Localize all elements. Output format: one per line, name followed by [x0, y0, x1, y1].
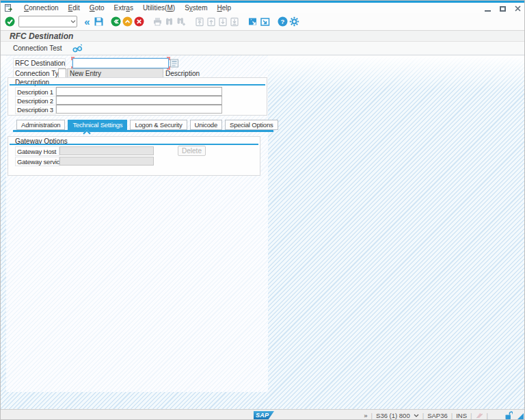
menu-item-system[interactable]: System	[180, 4, 212, 12]
menu-item-goto[interactable]: Goto	[85, 4, 109, 12]
status-overflow-button[interactable]: »	[364, 412, 367, 419]
status-performance-icon	[476, 412, 483, 419]
menu-bar: Connection Edit Goto Extras Utilities(M)…	[1, 3, 525, 13]
chevron-down-icon	[70, 20, 76, 23]
gateway-service-label: Gateway service	[15, 157, 59, 166]
connection-test-label: Connection Test	[13, 44, 62, 52]
maximize-icon[interactable]	[498, 5, 507, 12]
gateway-options-group: Gateway Options Gateway Host Delete Gate…	[8, 136, 260, 176]
back-icon[interactable]	[110, 16, 122, 27]
tab-logon-security[interactable]: Logon & Security	[130, 120, 187, 130]
command-field[interactable]	[18, 16, 77, 27]
rfc-destination-label: RFC Destination	[13, 58, 66, 68]
gateway-host-label: Gateway Host	[15, 146, 59, 156]
description-2-label: Description 2	[15, 96, 56, 105]
status-client: SAP36	[427, 412, 448, 419]
tab-unicode[interactable]: Unicode	[190, 120, 222, 130]
unlock-icon[interactable]	[504, 411, 513, 420]
connection-test-icon	[72, 44, 83, 53]
sap-logo: SAP	[254, 411, 274, 420]
help-icon[interactable]: ?	[277, 16, 288, 27]
last-page-icon	[228, 16, 240, 27]
rfc-destination-input[interactable]	[72, 58, 169, 68]
next-page-icon	[217, 16, 228, 27]
status-bar: SAP » | S36 (1) 800 | SAP36 | INS | |	[1, 409, 525, 420]
collapse-icon[interactable]: «	[81, 16, 93, 27]
enter-icon[interactable]	[4, 16, 16, 27]
connection-test-button[interactable]: Connection Test	[13, 44, 83, 53]
application-toolbar: Connection Test	[1, 42, 525, 55]
minimize-icon[interactable]	[483, 5, 492, 12]
value-help-icon[interactable]	[170, 59, 178, 68]
tab-technical-settings[interactable]: Technical Settings	[68, 120, 127, 130]
window-controls	[483, 4, 522, 13]
menu-item-edit[interactable]: Edit	[64, 4, 85, 12]
system-menu-icon[interactable]	[5, 4, 14, 12]
tab-strip-rule	[13, 130, 273, 132]
page-title: RFC Destination	[10, 31, 73, 41]
status-system-field[interactable]: S36 (1) 800	[376, 412, 410, 419]
close-icon[interactable]	[513, 5, 522, 12]
tab-special-options[interactable]: Special Options	[225, 120, 278, 130]
description-group-rule	[10, 84, 265, 86]
description-column-label: Description	[165, 70, 200, 77]
gateway-service-field	[59, 157, 154, 166]
menu-item-help[interactable]: Help	[212, 4, 236, 12]
connection-type-text: New Entry	[67, 68, 163, 78]
svg-text:?: ?	[281, 18, 285, 25]
find-icon	[163, 16, 175, 27]
status-insert-mode[interactable]: INS	[456, 412, 467, 419]
cancel-icon[interactable]	[133, 16, 145, 27]
new-session-icon[interactable]	[247, 16, 259, 27]
dynpro-panel: RFC Destination Connection Type New Entr…	[6, 55, 268, 392]
menu-item-utilities[interactable]: Utilities(M)	[138, 4, 180, 12]
save-icon[interactable]	[93, 16, 105, 27]
resize-grip[interactable]	[516, 413, 524, 420]
tab-administration[interactable]: Administration	[16, 120, 65, 130]
status-system-dropdown-icon[interactable]	[414, 414, 419, 417]
description-1-label: Description 1	[15, 87, 56, 96]
title-bar: RFC Destination	[1, 31, 525, 42]
previous-page-icon	[205, 16, 217, 27]
rfc-destination-field-focus	[72, 58, 169, 68]
gateway-host-field	[59, 146, 154, 155]
exit-icon[interactable]	[122, 16, 133, 27]
command-input[interactable]	[21, 17, 69, 26]
description-3-label: Description 3	[15, 105, 56, 114]
connection-type-input[interactable]	[58, 68, 66, 78]
first-page-icon	[193, 16, 205, 27]
sap-gui-window: Connection Edit Goto Extras Utilities(M)…	[0, 0, 525, 420]
description-group: Description Description 1 Description 2 …	[8, 77, 267, 116]
menu-item-extras[interactable]: Extras	[109, 4, 138, 12]
description-3-input[interactable]	[56, 105, 222, 114]
delete-button: Delete	[178, 146, 206, 156]
gateway-options-rule	[10, 144, 258, 145]
standard-toolbar: «	[1, 13, 525, 31]
description-1-input[interactable]	[56, 87, 222, 96]
customize-icon[interactable]	[288, 16, 300, 27]
tab-strip: Administration Technical Settings Logon …	[16, 120, 278, 130]
create-shortcut-icon[interactable]	[259, 16, 271, 27]
menu-item-connection[interactable]: Connection	[19, 4, 64, 12]
print-icon	[152, 16, 163, 27]
status-right-group: » | S36 (1) 800 | SAP36 | INS | |	[364, 410, 524, 420]
description-2-input[interactable]	[56, 96, 222, 105]
client-area: RFC Destination Connection Type New Entr…	[1, 55, 525, 409]
find-next-icon	[175, 16, 187, 27]
